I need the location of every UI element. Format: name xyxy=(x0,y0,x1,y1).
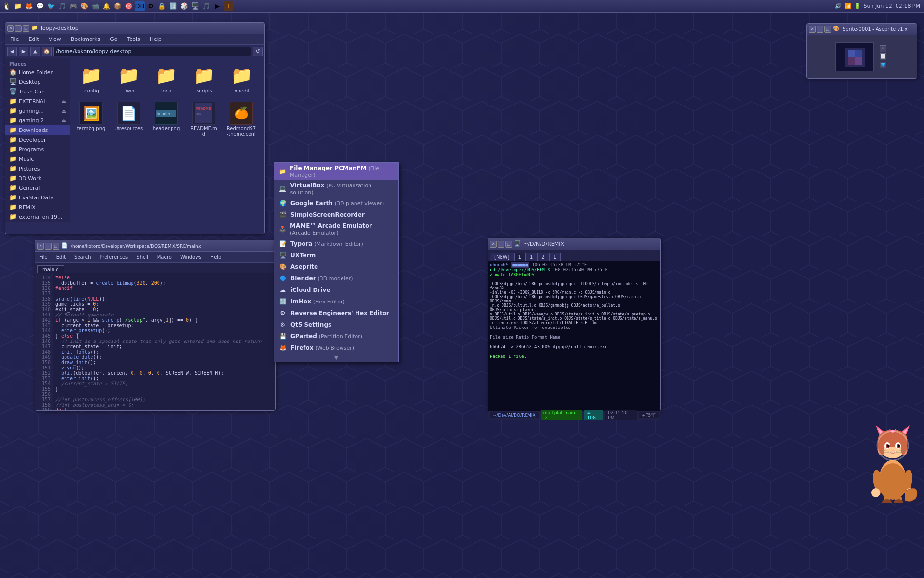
toolbar-forward-button[interactable]: ▶ xyxy=(19,47,28,56)
context-menu-item-imhex[interactable]: 🔢 ImHex (Hex Editor) xyxy=(274,296,398,307)
context-menu-item-icloud[interactable]: ☁️ iCloud Drive xyxy=(274,284,398,296)
aseprite-tool-pencil[interactable]: ✏️ xyxy=(880,45,886,52)
context-menu-item-typora[interactable]: 📝 Typora (Markdown Editor) xyxy=(274,238,398,250)
file-readme[interactable]: README.md README.md xyxy=(187,100,221,139)
file-redmond[interactable]: 🍊 Redmond97-theme.conf xyxy=(224,100,258,139)
taskbar-icon-db[interactable]: DB xyxy=(135,1,145,11)
context-menu-item-pcmanfm[interactable]: 📁 File Manager PCManFM (File Manager) xyxy=(274,163,398,180)
eject-icon-2[interactable]: ⏏ xyxy=(62,108,66,114)
context-menu-item-blender[interactable]: 🔷 Blender (3D modeler) xyxy=(274,273,398,284)
taskbar-icon-misc6[interactable]: ▶️ xyxy=(212,1,222,11)
menu-tools[interactable]: Tools xyxy=(124,35,143,43)
menu-file[interactable]: File xyxy=(7,35,22,43)
terminal-maximize-button[interactable]: □ xyxy=(505,241,512,248)
file-scripts[interactable]: 📁 .scripts xyxy=(187,62,221,96)
code-tab-main[interactable]: main.c xyxy=(37,265,64,273)
sidebar-item-external19[interactable]: 📁 external on 19... xyxy=(5,212,70,222)
file-xnedit[interactable]: 📁 .xnedit xyxy=(224,62,258,96)
context-menu-item-aseprite[interactable]: 🎨 Aseprite xyxy=(274,261,398,273)
context-menu-item-virtualbox[interactable]: 💻 VirtualBox (PC virtualization solution… xyxy=(274,180,398,197)
context-menu-item-firefox[interactable]: 🦊 Firefox (Web Browser) xyxy=(274,342,398,354)
code-maximize-button[interactable]: □ xyxy=(53,243,59,250)
taskbar-icon-bell[interactable]: 🔔 xyxy=(102,1,111,11)
taskbar-icon-linux[interactable]: 🐧 xyxy=(2,1,12,11)
taskbar-icon-music[interactable]: 🎵 xyxy=(57,1,67,11)
taskbar-network-icon[interactable]: 📶 xyxy=(845,3,851,9)
aseprite-maximize-button[interactable]: □ xyxy=(824,26,831,33)
context-menu-item-qt5[interactable]: ⚙️ Qt5 Settings xyxy=(274,319,398,330)
code-menu-shell[interactable]: Shell xyxy=(134,254,150,260)
file-termbg[interactable]: 🖼️ termbg.png xyxy=(74,100,108,139)
menu-edit[interactable]: Edit xyxy=(26,35,41,43)
code-menu-macro[interactable]: Macro xyxy=(155,254,174,260)
sidebar-item-gaming1[interactable]: 📁 gaming... ⏏ xyxy=(5,106,70,116)
sidebar-item-downloads[interactable]: 📁 Downloads xyxy=(5,125,70,135)
taskbar-icon-chat[interactable]: 💬 xyxy=(35,1,45,11)
code-menu-help[interactable]: Help xyxy=(208,254,224,260)
toolbar-home-button[interactable]: 🏠 xyxy=(42,47,52,56)
context-menu-item-screenrecorder[interactable]: 🎬 SimpleScreenRecorder xyxy=(274,209,398,221)
minimize-button[interactable]: ─ xyxy=(15,25,22,32)
taskbar-icon-target[interactable]: 🎯 xyxy=(124,1,133,11)
context-menu-item-rehex[interactable]: ⚙️ Reverse Engineers' Hex Editor xyxy=(274,307,398,319)
taskbar-icon-misc3[interactable]: 🎲 xyxy=(179,1,189,11)
taskbar-icon-misc4[interactable]: 🖥️ xyxy=(190,1,200,11)
sidebar-item-programs[interactable]: 📁 Programs xyxy=(5,144,70,154)
context-menu-item-gparted[interactable]: 💾 GParted (Partition Editor) xyxy=(274,330,398,342)
code-menu-edit[interactable]: Edit xyxy=(54,254,68,260)
taskbar-volume-icon[interactable]: 🔊 xyxy=(835,3,842,9)
taskbar-battery-icon[interactable]: 🔋 xyxy=(854,3,861,9)
taskbar-icon-twitter[interactable]: 🐦 xyxy=(46,1,56,11)
taskbar-icon-video[interactable]: 📹 xyxy=(91,1,100,11)
file-local[interactable]: 📁 .local xyxy=(149,62,183,96)
file-fwm[interactable]: 📁 .fwm xyxy=(112,62,145,96)
toolbar-back-button[interactable]: ◀ xyxy=(7,47,17,56)
sidebar-item-gaming2[interactable]: 📁 gaming 2 ⏏ xyxy=(5,116,70,125)
sidebar-item-desktop[interactable]: 🖥️ Desktop xyxy=(5,77,70,87)
menu-bookmarks[interactable]: Bookmarks xyxy=(68,35,103,43)
file-headerpng[interactable]: header header.png xyxy=(149,100,183,139)
sidebar-item-trash[interactable]: 🗑️ Trash Can xyxy=(5,87,70,96)
terminal-tab-3[interactable]: 2 xyxy=(537,253,549,261)
terminal-close-button[interactable]: ✕ xyxy=(490,241,497,248)
taskbar-icon-game[interactable]: 🎮 xyxy=(68,1,78,11)
menu-help[interactable]: Help xyxy=(147,35,165,43)
code-menu-search[interactable]: Search xyxy=(72,254,93,260)
terminal-minimize-button[interactable]: ─ xyxy=(498,241,504,248)
toolbar-up-button[interactable]: ▲ xyxy=(30,47,40,56)
code-menu-prefs[interactable]: Preferences xyxy=(97,254,130,260)
aseprite-tool-bucket[interactable]: 🪣 xyxy=(880,62,886,68)
sidebar-item-music[interactable]: 📁 Music xyxy=(5,154,70,164)
taskbar-icon-package[interactable]: 📦 xyxy=(113,1,122,11)
toolbar-refresh-button[interactable]: ↺ xyxy=(253,47,263,56)
sidebar-item-developer[interactable]: 📁 Developer xyxy=(5,135,70,144)
taskbar-icon-paint[interactable]: 🎨 xyxy=(79,1,89,11)
code-menu-windows[interactable]: Windows xyxy=(178,254,204,260)
close-button[interactable]: ✕ xyxy=(7,25,14,32)
taskbar-icon-folder[interactable]: 📁 xyxy=(13,1,23,11)
taskbar-icon-misc1[interactable]: 🔒 xyxy=(157,1,167,11)
taskbar-icon-misc2[interactable]: 🔢 xyxy=(168,1,178,11)
terminal-tab-2[interactable]: 1 xyxy=(526,253,537,261)
aseprite-tool-eraser[interactable]: ⬜ xyxy=(880,53,886,60)
taskbar-icon-firefox[interactable]: 🦊 xyxy=(24,1,34,11)
context-menu-item-mame[interactable]: 🕹️ MAME™ Arcade Emulator (Arcade Emulato… xyxy=(274,221,398,238)
menu-view[interactable]: View xyxy=(46,35,64,43)
eject-icon-3[interactable]: ⏏ xyxy=(62,118,66,123)
terminal-tab-1[interactable]: 1 xyxy=(514,253,526,261)
code-close-button[interactable]: ✕ xyxy=(37,243,44,250)
terminal-tab-4[interactable]: 1 xyxy=(549,253,561,261)
sidebar-item-home[interactable]: 🏠 Home Folder xyxy=(5,67,70,77)
sidebar-item-3dwork[interactable]: 📁 3D Work xyxy=(5,173,70,183)
address-bar[interactable]: /home/kokoro/loopy-desktop xyxy=(53,47,251,56)
aseprite-close-button[interactable]: ✕ xyxy=(809,26,816,33)
sidebar-item-exastar[interactable]: 📁 ExaStar-Data xyxy=(5,193,70,202)
code-menu-file[interactable]: File xyxy=(37,254,50,260)
taskbar-icon-code[interactable]: ⚙️ xyxy=(146,1,156,11)
taskbar-icon-misc5[interactable]: 🎵 xyxy=(201,1,211,11)
sidebar-item-remix[interactable]: 📁 REMIX xyxy=(5,202,70,212)
sidebar-item-pictures[interactable]: 📁 Pictures xyxy=(5,164,70,173)
context-menu-item-googleearth[interactable]: 🌍 Google Earth (3D planet viewer) xyxy=(274,197,398,209)
aseprite-minimize-button[interactable]: ─ xyxy=(817,26,823,33)
context-menu-item-uxterm[interactable]: 🖥️ UXTerm xyxy=(274,250,398,261)
